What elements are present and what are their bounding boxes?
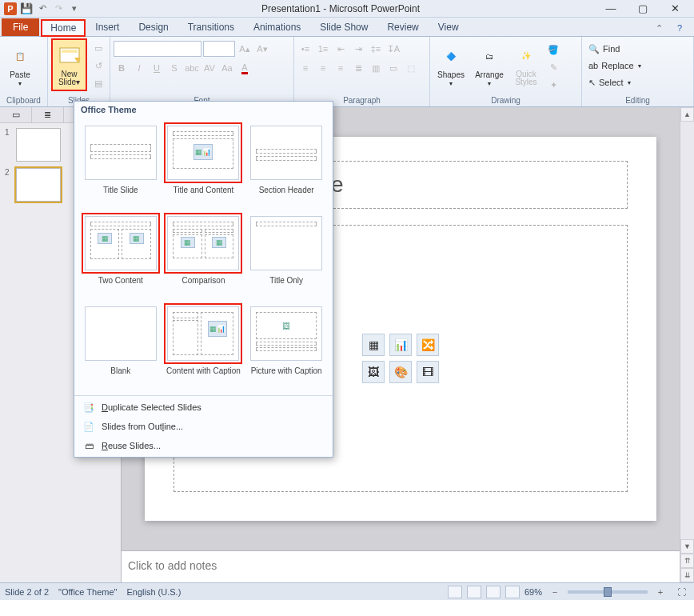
spacing-icon[interactable]: AV: [201, 60, 217, 76]
next-slide-icon[interactable]: ⇊: [680, 568, 694, 582]
insert-chart-icon[interactable]: 📊: [389, 334, 412, 356]
indent-increase-icon[interactable]: ⇥: [350, 41, 366, 57]
editing-group-label: Editing: [585, 96, 690, 106]
columns-icon[interactable]: ▥: [368, 60, 384, 76]
zoom-slider[interactable]: [568, 590, 648, 594]
tab-home[interactable]: Home: [41, 19, 86, 37]
tab-slideshow[interactable]: Slide Show: [310, 18, 377, 36]
align-text-icon[interactable]: ▭: [385, 60, 401, 76]
shape-effects-icon[interactable]: ✦: [545, 77, 561, 93]
scroll-down-icon[interactable]: ▼: [680, 539, 694, 554]
reading-view-button[interactable]: [486, 586, 501, 598]
layout-picture-with-caption[interactable]: 🖼 Picture with Caption: [245, 300, 328, 390]
slides-tab[interactable]: ▭: [0, 107, 32, 122]
underline-icon[interactable]: U: [149, 60, 165, 76]
increase-font-icon[interactable]: A▴: [237, 41, 253, 57]
italic-icon[interactable]: I: [131, 60, 147, 76]
reuse-slides-item[interactable]: 🗃 Reuse Slides...: [74, 436, 333, 455]
layout-blank[interactable]: Blank: [79, 300, 162, 390]
tab-design[interactable]: Design: [129, 18, 177, 36]
case-icon[interactable]: Aa: [219, 60, 235, 76]
redo-icon[interactable]: ↷: [51, 2, 66, 16]
duplicate-slides-item[interactable]: 📑 Duplicate Selected Slides: [74, 398, 333, 417]
insert-smartart-icon[interactable]: 🔀: [417, 334, 439, 356]
minimize-ribbon-icon[interactable]: ⌃: [651, 20, 667, 36]
status-language[interactable]: English (U.S.): [126, 587, 181, 597]
arrange-button[interactable]: 🗂 Arrange▼: [472, 38, 507, 91]
zoom-level[interactable]: 69%: [524, 587, 542, 597]
layout-comparison[interactable]: ▦▦ Comparison: [162, 210, 245, 300]
paste-button[interactable]: 📋 Paste ▼: [3, 38, 37, 91]
slides-from-outline-item[interactable]: 📄 Slides from Outline...: [74, 417, 333, 436]
align-right-icon[interactable]: ≡: [333, 60, 349, 76]
help-icon[interactable]: ?: [672, 20, 688, 36]
insert-clipart-icon[interactable]: 🎨: [389, 361, 412, 383]
decrease-font-icon[interactable]: A▾: [254, 41, 270, 57]
smartart-convert-icon[interactable]: ⬚: [403, 60, 419, 76]
notes-pane[interactable]: Click to add notes: [122, 550, 680, 582]
layout-section-header[interactable]: Section Header: [245, 119, 328, 210]
find-button[interactable]: 🔍Find: [585, 41, 623, 57]
tab-review[interactable]: Review: [377, 18, 428, 36]
indent-decrease-icon[interactable]: ⇤: [333, 41, 349, 57]
zoom-in-icon[interactable]: +: [652, 584, 668, 600]
undo-icon[interactable]: ↶: [35, 2, 50, 16]
insert-media-icon[interactable]: 🎞: [417, 361, 439, 383]
ribbon-tabs: File Home Insert Design Transitions Anim…: [0, 18, 694, 37]
reset-button[interactable]: ↺: [90, 58, 106, 74]
minimize-button[interactable]: —: [600, 1, 622, 17]
tab-file[interactable]: File: [2, 18, 39, 36]
layout-title-and-content[interactable]: ▦📊 Title and Content: [162, 119, 245, 210]
reuse-label: Reuse Slides...: [102, 441, 161, 450]
outline-tab[interactable]: ≣: [32, 107, 64, 122]
close-button[interactable]: ✕: [664, 1, 686, 17]
align-center-icon[interactable]: ≡: [315, 60, 331, 76]
normal-view-button[interactable]: [448, 586, 462, 598]
vertical-scrollbar[interactable]: ▲ ▼ ⇈ ⇊: [680, 107, 694, 582]
layout-button[interactable]: ▭: [90, 40, 106, 56]
text-direction-icon[interactable]: ↧A: [385, 41, 401, 57]
quick-styles-button[interactable]: ✨ Quick Styles: [510, 38, 542, 91]
select-button[interactable]: ↖Select▼: [585, 74, 636, 90]
thumb-number: 2: [5, 168, 13, 202]
qat-customize-icon[interactable]: ▾: [67, 2, 82, 16]
font-color-icon[interactable]: A: [237, 60, 253, 76]
layout-title-slide[interactable]: Title Slide: [79, 119, 162, 210]
insert-table-icon[interactable]: ▦: [362, 334, 385, 356]
justify-icon[interactable]: ≣: [350, 60, 366, 76]
tab-animations[interactable]: Animations: [244, 18, 310, 36]
maximize-button[interactable]: ▢: [632, 1, 654, 17]
scroll-up-icon[interactable]: ▲: [680, 107, 694, 122]
layout-content-with-caption[interactable]: ▦📊 Content with Caption: [162, 300, 245, 390]
new-slide-button[interactable]: New Slide▾: [51, 38, 87, 91]
save-icon[interactable]: 💾: [19, 2, 34, 16]
align-left-icon[interactable]: ≡: [297, 60, 313, 76]
numbering-icon[interactable]: 1≡: [315, 41, 331, 57]
section-button[interactable]: ▤: [90, 75, 106, 91]
font-family-combo[interactable]: [114, 41, 201, 57]
bold-icon[interactable]: B: [114, 60, 130, 76]
zoom-out-icon[interactable]: −: [547, 584, 563, 600]
tab-view[interactable]: View: [429, 18, 469, 36]
slideshow-view-button[interactable]: [505, 586, 520, 598]
prev-slide-icon[interactable]: ⇈: [680, 554, 694, 568]
shapes-button[interactable]: 🔷 Shapes▼: [433, 38, 469, 91]
strike-icon[interactable]: S: [166, 60, 182, 76]
font-size-combo[interactable]: [203, 41, 235, 57]
replace-button[interactable]: abReplace▼: [585, 58, 646, 74]
shape-fill-icon[interactable]: 🪣: [545, 42, 561, 58]
shadow-icon[interactable]: abc: [184, 60, 200, 76]
fit-to-window-icon[interactable]: ⛶: [673, 584, 689, 600]
sorter-view-button[interactable]: [467, 586, 481, 598]
tab-transitions[interactable]: Transitions: [178, 18, 244, 36]
group-font: A▴ A▾ B I U S abc AV Aa A Font: [110, 37, 294, 106]
insert-picture-icon[interactable]: 🖼: [362, 361, 385, 383]
replace-label: Replace: [601, 61, 633, 70]
tab-insert[interactable]: Insert: [86, 18, 129, 36]
group-clipboard: 📋 Paste ▼ Clipboard: [0, 37, 48, 106]
layout-title-only[interactable]: Title Only: [245, 210, 328, 300]
line-spacing-icon[interactable]: ‡≡: [368, 41, 384, 57]
shape-outline-icon[interactable]: ✎: [545, 59, 561, 75]
bullets-icon[interactable]: •≡: [297, 41, 313, 57]
layout-two-content[interactable]: ▦▦ Two Content: [79, 210, 162, 300]
